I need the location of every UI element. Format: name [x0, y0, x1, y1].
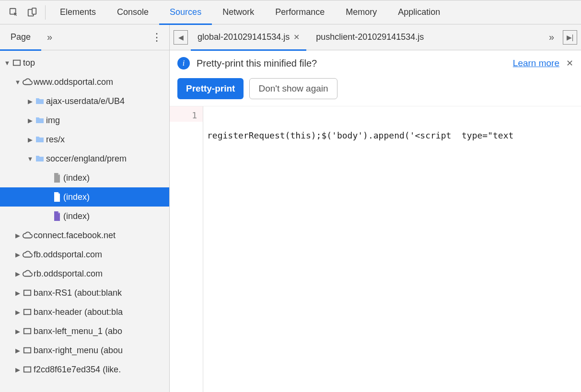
frame-icon — [21, 327, 34, 335]
file-tabs-overflow-icon[interactable]: » — [543, 32, 560, 43]
svg-rect-5 — [24, 310, 31, 315]
cloud-icon — [21, 251, 34, 258]
file-tree: ▼ top ▼ www.oddsportal.com ▶ — [0, 50, 169, 392]
folder-icon — [34, 116, 46, 124]
disclosure-triangle-icon: ▶ — [14, 328, 21, 335]
file-tabbar: ◀ global-201029141534.js ✕ pushclient-20… — [170, 24, 581, 50]
info-icon: i — [177, 57, 190, 69]
close-icon[interactable]: ✕ — [566, 58, 573, 69]
folder-icon — [34, 136, 46, 143]
disclosure-triangle-icon: ▶ — [14, 309, 21, 316]
tree-domain[interactable]: ▶ fb.oddsportal.com — [0, 245, 169, 264]
infobar-text: Pretty-print this minified file? — [197, 58, 317, 69]
sidebar-more-tabs-icon[interactable]: » — [41, 32, 58, 43]
svg-rect-2 — [32, 8, 36, 14]
svg-rect-8 — [24, 367, 31, 372]
cloud-icon — [21, 231, 34, 239]
svg-rect-7 — [24, 348, 31, 353]
disclosure-triangle-icon: ▶ — [27, 117, 34, 124]
code-line: registerRequest(this);$('body').append('… — [207, 129, 581, 142]
show-debugger-icon[interactable]: ▶| — [563, 30, 577, 45]
disclosure-triangle-icon: ▼ — [4, 59, 11, 67]
tree-label: banx-left_menu_1 (abo — [34, 326, 122, 336]
tree-folder[interactable]: ▼ soccer/england/prem — [0, 149, 169, 168]
tree-folder[interactable]: ▶ ajax-userdata/e/UB4 — [0, 92, 169, 111]
tree-label: soccer/england/prem — [46, 154, 127, 164]
separator — [45, 5, 46, 20]
tab-application[interactable]: Application — [387, 0, 451, 24]
sidebar-tab-page[interactable]: Page — [0, 24, 41, 50]
sources-sidebar: Page » ⋮ ▼ top ▼ www. — [0, 24, 170, 392]
cloud-icon — [21, 270, 34, 277]
tree-label: img — [46, 115, 60, 126]
sidebar-overflow-icon[interactable]: ⋮ — [150, 31, 163, 44]
disclosure-triangle-icon: ▼ — [27, 155, 34, 162]
tree-file[interactable]: (index) — [0, 168, 169, 187]
tree-label: connect.facebook.net — [34, 231, 116, 241]
folder-icon — [34, 155, 46, 162]
file-tab-active[interactable]: global-201029141534.js ✕ — [191, 24, 306, 50]
disclosure-triangle-icon: ▶ — [27, 98, 34, 105]
inspect-element-icon[interactable] — [5, 1, 23, 24]
file-icon — [51, 192, 63, 202]
tab-performance[interactable]: Performance — [265, 0, 335, 24]
pretty-print-button[interactable]: Pretty-print — [177, 78, 244, 99]
disclosure-triangle-icon: ▶ — [14, 347, 21, 354]
tree-label: banx-header (about:bla — [34, 307, 123, 317]
tree-label: f2cd8f61e7ed354 (like. — [34, 365, 121, 375]
tab-console[interactable]: Console — [106, 0, 159, 24]
tree-label: top — [23, 58, 35, 68]
file-tab-label: global-201029141534.js — [198, 32, 290, 42]
tree-label: fb.oddsportal.com — [34, 250, 102, 260]
disclosure-triangle-icon: ▶ — [14, 270, 21, 277]
code-editor[interactable]: 1 registerRequest(this);$('body').append… — [170, 106, 581, 392]
learn-more-link[interactable]: Learn more — [513, 58, 559, 69]
tree-top-frame[interactable]: ▼ top — [0, 53, 169, 72]
tree-file-selected[interactable]: (index) — [0, 187, 169, 207]
tree-domain[interactable]: ▶ connect.facebook.net — [0, 226, 169, 245]
svg-rect-6 — [24, 329, 31, 334]
tree-domain[interactable]: ▼ www.oddsportal.com — [0, 72, 169, 92]
tab-memory[interactable]: Memory — [335, 0, 387, 24]
file-tab-label: pushclient-201029141534.js — [316, 32, 424, 42]
tree-frame[interactable]: ▶ banx-RS1 (about:blank — [0, 283, 169, 302]
frame-icon — [21, 365, 34, 374]
tree-label: (index) — [63, 173, 90, 183]
disclosure-triangle-icon: ▶ — [27, 136, 34, 143]
tree-label: banx-RS1 (about:blank — [34, 288, 122, 298]
close-icon[interactable]: ✕ — [293, 33, 300, 42]
disclosure-triangle-icon: ▶ — [14, 232, 21, 239]
device-toolbar-icon[interactable] — [23, 1, 41, 24]
file-tab[interactable]: pushclient-201029141534.js — [309, 24, 430, 50]
tab-network[interactable]: Network — [212, 0, 265, 24]
tree-frame[interactable]: ▶ f2cd8f61e7ed354 (like. — [0, 360, 169, 379]
frame-icon — [21, 288, 34, 297]
tree-domain[interactable]: ▶ rb.oddsportal.com — [0, 264, 169, 283]
tab-elements[interactable]: Elements — [49, 0, 106, 24]
line-number: 1 — [170, 109, 197, 122]
tree-label: ajax-userdata/e/UB4 — [46, 96, 125, 106]
line-gutter: 1 — [170, 106, 203, 122]
tree-label: (index) — [63, 192, 90, 202]
source-main: ◀ global-201029141534.js ✕ pushclient-20… — [170, 24, 581, 392]
tree-file[interactable]: (index) — [0, 207, 169, 226]
cloud-icon — [21, 78, 34, 86]
tree-label: www.oddsportal.com — [34, 77, 113, 87]
disclosure-triangle-icon: ▶ — [14, 366, 21, 373]
frame-icon — [11, 58, 23, 67]
tree-label: banx-right_menu (abou — [34, 346, 123, 356]
tree-frame[interactable]: ▶ banx-right_menu (abou — [0, 341, 169, 360]
sidebar-tabs: Page » ⋮ — [0, 24, 169, 50]
folder-icon — [34, 97, 46, 105]
tree-frame[interactable]: ▶ banx-left_menu_1 (abo — [0, 322, 169, 341]
disclosure-triangle-icon: ▶ — [14, 289, 21, 297]
tree-folder[interactable]: ▶ res/x — [0, 130, 169, 149]
tree-label: rb.oddsportal.com — [34, 269, 103, 279]
disclosure-triangle-icon: ▼ — [14, 79, 21, 86]
code-content[interactable]: registerRequest(this);$('body').append('… — [203, 106, 581, 392]
tab-sources[interactable]: Sources — [159, 0, 212, 24]
tree-frame[interactable]: ▶ banx-header (about:bla — [0, 302, 169, 322]
tree-folder[interactable]: ▶ img — [0, 111, 169, 130]
dont-show-again-button[interactable]: Don't show again — [249, 78, 337, 99]
nav-back-icon[interactable]: ◀ — [174, 30, 188, 45]
